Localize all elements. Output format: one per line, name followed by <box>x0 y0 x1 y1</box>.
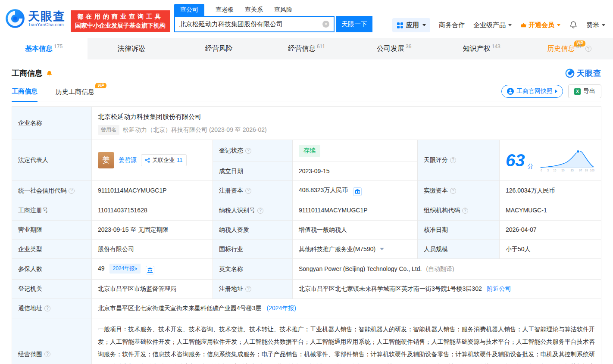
subtab-label: 历史工商信息 <box>56 88 94 95</box>
tab-label: 历史信息 <box>547 44 575 53</box>
user-menu[interactable]: 费米 <box>586 21 605 29</box>
industry-expand-icon[interactable] <box>380 248 384 250</box>
chevron-down-icon <box>557 24 560 26</box>
network-icon <box>145 158 150 163</box>
help-icon[interactable] <box>44 351 50 357</box>
search-area: 查公司 查老板 查关系 查风险 天眼一下 <box>174 4 372 32</box>
help-icon[interactable] <box>245 188 251 194</box>
table-row: 营业期限 2023-09-15 至 无固定期限 纳税人资质 增值税一般纳税人 核… <box>12 220 601 240</box>
taxpayer-quality-value: 增值税一般纳税人 <box>299 226 347 233</box>
help-icon[interactable] <box>585 46 591 52</box>
help-icon[interactable] <box>462 208 468 214</box>
search-tab-boss[interactable]: 查老板 <box>216 6 234 16</box>
legal-rep-avatar[interactable]: 姜 <box>98 152 114 168</box>
clear-icon[interactable] <box>322 21 329 28</box>
vip-upgrade-menu[interactable]: 开通会员 <box>520 21 560 29</box>
table-row: 登记机关 北京市昌平区市场监督管理局 注册地址 北京市昌平区北七家镇未来科学城南… <box>12 280 601 299</box>
mail-address-label: 通信地址 <box>18 304 42 313</box>
business-scope-text: 一般项目：技术服务、技术开发、技术咨询、技术交流、技术转让、技术推广；工业机器人… <box>98 323 595 364</box>
establish-date-label-cell: 成立日期 <box>213 162 293 181</box>
status-cell: 存续 <box>293 140 418 162</box>
nav-tab-legal-lawsuits[interactable]: 法律诉讼 <box>88 38 175 59</box>
reg-capital-label: 注册资本 <box>219 186 243 196</box>
business-info-table: 企业名称 北京松延动力科技集团股份有限公司 曾用名 松延动力（北京）科技有限公司… <box>12 106 601 364</box>
arrow-right-icon <box>136 267 138 270</box>
tab-label: 经营信息 <box>288 44 316 53</box>
help-icon[interactable] <box>450 188 456 194</box>
table-row: 经营范围 一般项目：技术服务、技术开发、技术咨询、技术交流、技术转让、技术推广；… <box>12 318 601 364</box>
nav-tab-operation-info[interactable]: 经营信息 611 <box>263 38 350 59</box>
score-cell[interactable]: 63 分 0 3 15 50 85 97 99 100 <box>500 140 601 180</box>
tab-label: 经营风险 <box>205 44 233 53</box>
logo-text: 天眼查 TianYanCha.com <box>28 10 66 27</box>
subscribe-bell-icon[interactable] <box>46 70 53 77</box>
help-icon[interactable] <box>257 208 263 214</box>
apps-menu[interactable]: 应用 <box>392 18 430 32</box>
table-row: 法定代表人 姜 姜哲源 关联企业 11 登记状态 <box>12 140 601 162</box>
search-button[interactable]: 天眼一下 <box>336 16 372 32</box>
watermark-logo-icon <box>565 68 575 78</box>
help-icon[interactable] <box>245 148 251 154</box>
search-tab-risk[interactable]: 查风险 <box>274 6 292 16</box>
biz-cooperation-link[interactable]: 商务合作 <box>439 21 465 29</box>
help-icon[interactable] <box>450 157 456 163</box>
table-row: 工商注册号 110114037151628 纳税人识别号 91110114MAC… <box>12 201 601 221</box>
slogan-line1: 都在用的商业查询工具 <box>75 12 166 21</box>
svg-text:97: 97 <box>579 169 582 172</box>
tab-count: 175 <box>54 44 63 50</box>
nav-tab-intellectual-property[interactable]: 知识产权 143 <box>438 38 525 59</box>
username-label: 费米 <box>586 21 599 29</box>
person-icon <box>507 88 514 95</box>
search-tab-relation[interactable]: 查关系 <box>245 6 263 16</box>
nav-tab-basic-info[interactable]: 基本信息 175 <box>0 38 88 59</box>
former-name-tag: 曾用名 <box>98 125 119 135</box>
help-icon[interactable] <box>245 286 251 292</box>
annual-report-tag[interactable]: 2024年报 <box>109 264 141 274</box>
section-title: 工商信息 <box>12 68 43 78</box>
help-icon[interactable] <box>44 305 50 311</box>
subtab-business-info[interactable]: 工商信息 <box>12 87 38 102</box>
nav-tab-operation-risk[interactable]: 经营风险 <box>175 38 263 59</box>
tab-label: 法律诉讼 <box>118 44 145 53</box>
subtab-history-business-info[interactable]: VIP 历史工商信息 <box>56 88 94 102</box>
vip-upgrade-label: 开通会员 <box>529 21 554 29</box>
tab-label: 基本信息 <box>25 44 53 53</box>
snapshot-button[interactable]: 工商官网快照 <box>501 85 563 98</box>
tianyancha-logo[interactable]: 天眼查 TianYanCha.com <box>5 9 66 28</box>
tianyan-score-value: 63 <box>506 152 525 169</box>
tab-count: 143 <box>492 44 500 50</box>
business-term-label: 营业期限 <box>18 225 42 235</box>
search-box[interactable] <box>174 16 335 32</box>
nearby-companies-link[interactable]: 附近公司 <box>487 285 511 292</box>
search-tab-company[interactable]: 查公司 <box>174 4 204 16</box>
reg-address-value: 北京市昌平区北七家镇未来科学城南区英才南一街3号院1号楼3层302 <box>299 285 482 292</box>
export-button[interactable]: 导出 <box>568 84 601 98</box>
svg-text:50: 50 <box>561 169 564 172</box>
nav-tab-company-development[interactable]: 公司发展 36 <box>350 38 438 59</box>
annual-report-link[interactable]: (2024年报) <box>266 305 296 311</box>
notification-bell-icon[interactable] <box>569 20 578 30</box>
legal-rep-link[interactable]: 姜哲源 <box>119 156 137 165</box>
svg-text:15: 15 <box>553 169 556 172</box>
table-row: 企业名称 北京松延动力科技集团股份有限公司 曾用名 松延动力（北京）科技有限公司… <box>12 107 601 140</box>
english-name-value: Songyan Power (Beijing) Technology Co., … <box>299 265 422 272</box>
nav-tab-history-info[interactable]: VIP 历史信息 47 <box>525 38 613 59</box>
reg-authority-value: 北京市昌平区市场监督管理局 <box>98 285 176 292</box>
approval-date-label: 核准日期 <box>424 225 448 235</box>
org-code-label: 组织机构代码 <box>424 206 460 215</box>
enterprise-product-menu[interactable]: 企业级产品 <box>473 21 512 29</box>
insured-compare-icon[interactable] <box>146 266 154 274</box>
export-label: 导出 <box>583 87 595 95</box>
english-name-label: 英文名称 <box>219 264 243 274</box>
watermark-text: 天眼查 <box>577 68 601 78</box>
help-icon[interactable] <box>69 188 75 194</box>
svg-text:99: 99 <box>585 169 588 172</box>
slogan-line2: 国家中小企业发展子基金旗下机构 <box>75 21 166 30</box>
capital-compare-icon[interactable] <box>353 187 362 196</box>
related-companies-chip[interactable]: 关联企业 11 <box>141 154 187 166</box>
company-search-input[interactable] <box>179 21 322 28</box>
score-label-cell: 天眼评分 <box>418 140 500 180</box>
logo-title: 天眼查 <box>28 10 66 22</box>
business-scope-label: 经营范围 <box>18 350 42 359</box>
svg-text:0: 0 <box>541 169 542 172</box>
